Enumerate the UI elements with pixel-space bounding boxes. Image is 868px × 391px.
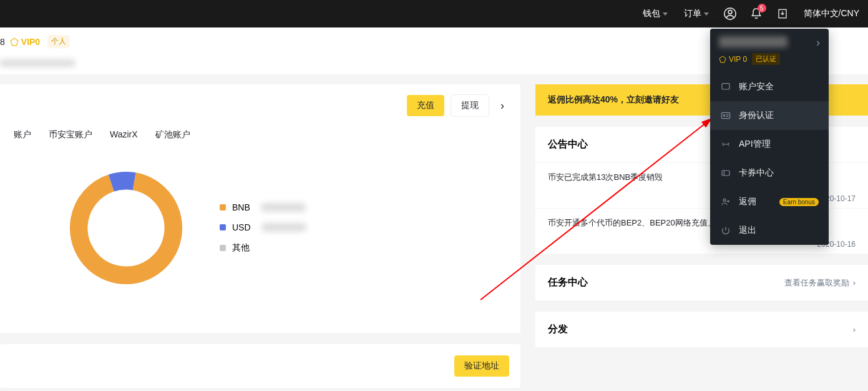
menu-identity[interactable]: 身份认证 xyxy=(710,101,829,130)
swatch-icon xyxy=(220,204,226,210)
balance-chart-row: BNB USD 其他 xyxy=(14,147,507,322)
balance-card: 充值 提现 › 账户 币安宝账户 WazirX 矿池账户 xyxy=(0,84,520,333)
menu-security[interactable]: 账户安全 xyxy=(710,72,829,101)
top-bar: 钱包 订单 5 简体中文/CNY xyxy=(0,0,868,27)
legend-bnb: BNB xyxy=(220,202,306,212)
download-icon[interactable] xyxy=(771,2,794,25)
menu-api[interactable]: API管理 xyxy=(710,130,829,159)
swatch-icon xyxy=(220,245,226,251)
caret-down-icon xyxy=(704,12,709,16)
chevron-right-icon[interactable]: › xyxy=(495,99,509,112)
user-id-fragment: 8 xyxy=(0,37,5,47)
menu-logout[interactable]: 退出 xyxy=(710,216,829,245)
banner-text: 返佣比例高达40%，立刻邀请好友 xyxy=(548,94,679,104)
menu-label: 卡券中心 xyxy=(739,167,774,179)
announcement-text: 币安开通多个代币的BEP2、BEP20网络充值、提现 xyxy=(548,218,732,227)
language-currency[interactable]: 简体中文/CNY xyxy=(797,8,866,19)
wallet-label: 钱包 xyxy=(643,8,660,19)
distribute-title: 分发 xyxy=(548,323,568,336)
vip-label: VIP0 xyxy=(21,37,40,47)
balance-actions: 充值 提现 › xyxy=(0,84,520,127)
earn-bonus-badge: Earn bonus xyxy=(779,198,819,206)
legend-label: 其他 xyxy=(232,242,250,254)
tab-wazirx[interactable]: WazirX xyxy=(110,129,138,141)
verify-card: 验证地址 xyxy=(0,344,520,388)
dropdown-vip-badge: VIP 0 xyxy=(719,55,747,64)
legend-label: USD xyxy=(232,222,251,232)
distribute-card: 分发 › xyxy=(535,312,868,347)
dropdown-vip-label: VIP 0 xyxy=(729,55,747,64)
verify-address-button[interactable]: 验证地址 xyxy=(454,355,509,377)
account-icon[interactable] xyxy=(719,2,741,25)
chevron-right-icon: › xyxy=(853,325,856,334)
left-column: 充值 提现 › 账户 币安宝账户 WazirX 矿池账户 xyxy=(0,84,520,388)
legend-other: 其他 xyxy=(220,242,306,254)
svg-point-9 xyxy=(723,199,726,201)
vip-badge: VIP0 xyxy=(10,37,40,47)
shield-icon xyxy=(720,81,731,92)
chart-legend: BNB USD 其他 xyxy=(220,202,306,254)
svg-point-1 xyxy=(728,10,732,14)
ticket-icon xyxy=(720,167,731,179)
id-card-icon xyxy=(720,110,731,121)
legend-usd: USD xyxy=(220,222,306,232)
task-title: 任务中心 xyxy=(548,276,588,289)
chevron-right-icon: › xyxy=(816,36,820,49)
menu-label: 身份认证 xyxy=(739,110,774,121)
balance-donut-chart xyxy=(64,166,188,290)
dropdown-user-redacted xyxy=(719,36,788,47)
menu-label: API管理 xyxy=(739,139,771,150)
dropdown-header[interactable]: › xyxy=(710,29,829,53)
caret-down-icon xyxy=(663,12,668,16)
lang-label: 简体中文/CNY xyxy=(804,8,859,19)
user-detail-redacted xyxy=(0,59,75,67)
legend-value-redacted xyxy=(262,223,306,232)
deposit-button[interactable]: 充值 xyxy=(407,95,444,116)
wallet-menu[interactable]: 钱包 xyxy=(636,8,674,19)
svg-rect-6 xyxy=(721,112,729,118)
notification-icon[interactable]: 5 xyxy=(745,2,768,25)
task-card: 任务中心 查看任务赢取奖励 › xyxy=(535,265,868,300)
svg-rect-5 xyxy=(722,84,729,89)
tab-pool[interactable]: 矿池账户 xyxy=(155,129,190,141)
orders-menu[interactable]: 订单 xyxy=(678,8,715,19)
tab-earn[interactable]: 币安宝账户 xyxy=(49,129,92,141)
legend-value-redacted xyxy=(261,203,305,212)
swatch-icon xyxy=(220,224,226,230)
menu-label: 退出 xyxy=(739,225,756,236)
orders-label: 订单 xyxy=(684,8,701,19)
distribute-link[interactable]: › xyxy=(853,325,856,334)
announcement-text: 币安已完成第13次BNB季度销毁 xyxy=(548,172,663,182)
menu-coupon[interactable]: 卡券中心 xyxy=(710,159,829,187)
announcement-title: 公告中心 xyxy=(548,138,588,151)
legend-label: BNB xyxy=(232,202,250,212)
menu-referral[interactable]: 返佣 Earn bonus xyxy=(710,187,829,216)
withdraw-button[interactable]: 提现 xyxy=(451,94,489,117)
task-link[interactable]: 查看任务赢取奖励 › xyxy=(784,277,856,289)
svg-rect-8 xyxy=(722,171,729,176)
power-icon xyxy=(720,225,731,236)
api-icon xyxy=(720,139,731,150)
svg-point-7 xyxy=(723,115,725,117)
verified-tag: 已认证 xyxy=(752,53,780,65)
personal-tag: 个人 xyxy=(47,35,70,48)
task-link-label: 查看任务赢取奖励 xyxy=(784,277,849,289)
dropdown-vip-row: VIP 0 已认证 xyxy=(710,53,829,72)
tab-account[interactable]: 账户 xyxy=(14,129,31,141)
menu-label: 账户安全 xyxy=(739,81,774,92)
account-tabs: 账户 币安宝账户 WazirX 矿池账户 xyxy=(14,127,507,147)
chevron-right-icon: › xyxy=(853,278,856,287)
account-dropdown: › VIP 0 已认证 账户安全 身份认证 API管理 卡券中心 返佣 Earn… xyxy=(710,29,829,245)
notif-badge: 5 xyxy=(758,4,766,12)
user-plus-icon xyxy=(720,196,731,207)
svg-point-3 xyxy=(71,173,181,283)
menu-label: 返佣 xyxy=(739,196,756,207)
